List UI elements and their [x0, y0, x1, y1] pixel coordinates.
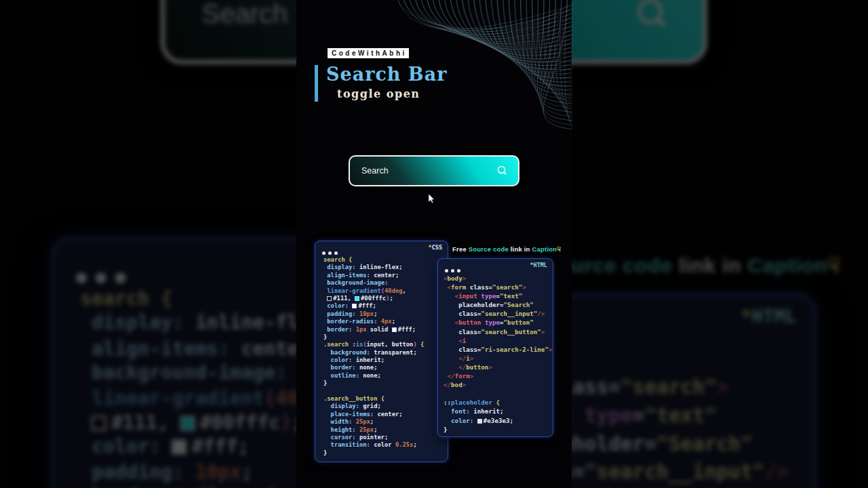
window-dot — [322, 251, 326, 255]
channel-badge: CodeWithAbhi — [328, 48, 409, 58]
html-label: *HTML — [741, 305, 796, 327]
window-titlebar: *CSS — [315, 241, 448, 252]
css-code: search { display: inline-flex; align-ite… — [315, 252, 448, 462]
window-dot — [451, 269, 454, 272]
html-code-window: *HTML <body> <form class="search"> <inpu… — [437, 258, 553, 437]
window-titlebar: *HTML — [438, 259, 553, 270]
video-subtitle: toggle open — [337, 87, 420, 100]
search-button — [631, 0, 675, 36]
css-label: *CSS — [429, 244, 442, 251]
search-bar[interactable] — [349, 155, 519, 186]
video-frame: CodeWithAbhi Search Bar toggle open Free… — [296, 0, 572, 488]
caption-text: Free Source code link in Caption☟ — [452, 245, 561, 253]
search-input[interactable] — [361, 166, 496, 176]
title-accent-bar — [315, 65, 318, 102]
html-code: <body> <form class="search"> <input type… — [438, 270, 553, 437]
window-dot — [76, 272, 87, 283]
video-title: Search Bar — [326, 64, 447, 85]
html-label: *HTML — [530, 262, 547, 268]
css-code-window: *CSS search { display: inline-flex; alig… — [315, 241, 448, 462]
window-dot — [445, 269, 448, 272]
search-button[interactable] — [496, 164, 509, 178]
window-dot — [96, 272, 106, 283]
magnifier-icon — [636, 0, 671, 32]
window-dot — [457, 269, 460, 272]
window-dot — [115, 272, 126, 283]
magnifier-icon — [497, 165, 508, 176]
window-dot — [334, 251, 338, 255]
window-dot — [328, 251, 332, 255]
mouse-cursor — [428, 194, 435, 204]
